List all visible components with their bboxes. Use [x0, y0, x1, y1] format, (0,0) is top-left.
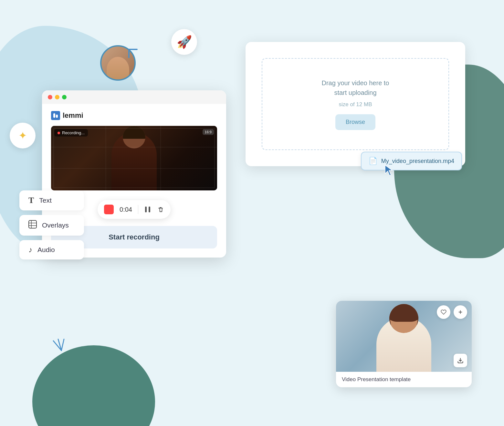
svg-rect-11	[54, 128, 215, 188]
delete-button[interactable]	[157, 206, 164, 213]
template-label: Video Presentation template	[336, 372, 472, 387]
lemmi-logo: lemmi	[51, 111, 217, 120]
template-favorite-button[interactable]	[437, 305, 450, 319]
svg-rect-4	[53, 113, 55, 118]
pause-button[interactable]	[144, 206, 151, 213]
rocket-icon-circle: 🚀	[171, 29, 197, 55]
svg-line-2	[61, 339, 64, 350]
tool-item-audio[interactable]: ♪ Audio	[19, 240, 84, 259]
overlays-tool-label: Overlays	[42, 221, 69, 229]
window-titlebar	[42, 90, 226, 104]
svg-marker-3	[385, 165, 392, 176]
svg-rect-5	[56, 115, 58, 118]
avatar-face	[107, 57, 129, 81]
template-download-button[interactable]	[454, 354, 467, 367]
lemmi-logo-text: lemmi	[63, 111, 83, 120]
window-minimize-dot[interactable]	[55, 95, 59, 99]
tool-item-text[interactable]: T Text	[19, 190, 84, 210]
lemmi-logo-icon	[51, 111, 60, 120]
audio-tool-icon: ♪	[28, 245, 32, 254]
overlays-tool-icon	[28, 220, 37, 230]
scene: ✦ 🚀 Drag your video here to start upload…	[0, 0, 504, 426]
time-display: 0:04	[120, 206, 132, 213]
blue-rays-decoration	[52, 338, 71, 355]
text-tool-label: Text	[39, 197, 52, 204]
stop-button[interactable]	[104, 205, 114, 214]
upload-panel: Drag your video here to start uploading …	[246, 42, 465, 166]
sparkle-circle[interactable]: ✦	[10, 123, 36, 148]
text-tool-icon: T	[28, 196, 34, 205]
upload-size-text: size of 12 MB	[339, 101, 372, 108]
svg-rect-13	[149, 207, 150, 212]
recording-badge: Recording...	[54, 129, 88, 137]
cursor-arrow	[384, 165, 394, 178]
sparkle-icon: ✦	[18, 129, 27, 142]
recording-text: Recording...	[62, 130, 85, 135]
aspect-ratio-badge: 16:9	[203, 129, 214, 135]
avatar-corner-arrow	[127, 48, 140, 62]
upload-drop-text: Drag your video here to start uploading	[321, 78, 389, 97]
divider	[138, 205, 138, 214]
rocket-icon: 🚀	[177, 35, 192, 49]
window-close-dot[interactable]	[48, 95, 52, 99]
rec-dot	[58, 132, 60, 134]
video-player: Recording... 16:9	[51, 126, 217, 190]
window-maximize-dot[interactable]	[62, 95, 67, 99]
template-add-button[interactable]	[454, 305, 467, 319]
tools-panel: T Text Overlays ♪ Audio	[19, 190, 84, 259]
template-image	[336, 301, 472, 372]
svg-rect-14	[29, 220, 37, 228]
template-action-buttons	[437, 305, 467, 319]
playback-controls: 0:04	[98, 200, 171, 219]
tool-item-overlays[interactable]: Overlays	[19, 215, 84, 236]
file-icon: 📄	[369, 157, 377, 165]
upload-drop-zone[interactable]: Drag your video here to start uploading …	[262, 58, 449, 150]
svg-rect-12	[145, 207, 147, 212]
template-person	[372, 304, 436, 372]
filename-text: My_video_presentation.mp4	[381, 158, 454, 165]
audio-tool-label: Audio	[37, 246, 55, 254]
template-card: Video Presentation template	[336, 301, 472, 387]
browse-button[interactable]: Browse	[335, 114, 375, 130]
file-badge: 📄 My_video_presentation.mp4	[361, 152, 462, 170]
